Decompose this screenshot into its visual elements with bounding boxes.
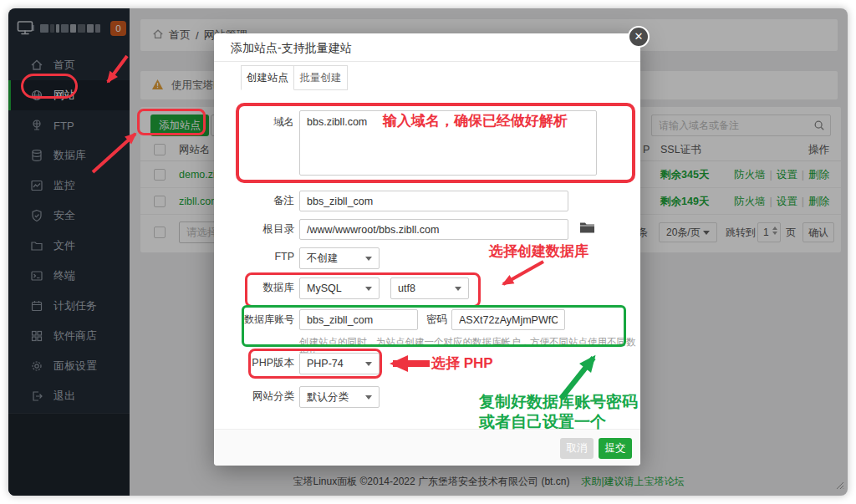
chevron-down-icon (365, 257, 372, 261)
submit-button[interactable]: 提交 (599, 438, 632, 459)
php-version-label: PHP版本 (214, 356, 294, 370)
site-category-label: 网站分类 (214, 389, 294, 404)
tab-batch-create[interactable]: 批量创建 (294, 65, 348, 90)
database-label: 数据库 (214, 281, 294, 295)
database-engine-select[interactable]: MySQL (299, 277, 380, 299)
add-site-modal: 添加站点-支持批量建站 ✕ 创建站点 批量创建 域名 bbs.zibll.com… (214, 33, 640, 466)
domain-textarea[interactable]: bbs.zibll.com (299, 110, 597, 176)
screenshot-frame: 0 首页 网站 FTP 数据库 监控 (0, 0, 856, 504)
domain-label: 域名 (214, 115, 294, 130)
db-password-label: 密码 (426, 313, 447, 327)
close-icon[interactable]: ✕ (628, 26, 650, 48)
remark-label: 备注 (214, 194, 294, 208)
database-charset-select[interactable]: utf8 (390, 277, 469, 299)
ftp-select[interactable]: 不创建 (299, 247, 380, 269)
modal-footer: 取消 提交 (214, 429, 640, 466)
modal-title: 添加站点-支持批量建站 (214, 33, 640, 62)
site-category-select[interactable]: 默认分类 (299, 386, 380, 408)
root-dir-label: 根目录 (214, 222, 294, 237)
chevron-down-icon (455, 287, 461, 291)
cancel-button[interactable]: 取消 (560, 438, 594, 459)
chevron-down-icon (365, 287, 372, 291)
browse-folder-icon[interactable] (579, 221, 595, 237)
bt-panel-app: 0 首页 网站 FTP 数据库 监控 (8, 8, 848, 496)
tab-create-site[interactable]: 创建站点 (241, 65, 294, 90)
chevron-down-icon (365, 395, 372, 400)
db-account-input[interactable] (299, 309, 418, 330)
php-version-select[interactable]: PHP-74 (299, 353, 380, 374)
db-password-input[interactable] (451, 309, 565, 330)
modal-tabs: 创建站点 批量创建 (241, 65, 348, 90)
ftp-label: FTP (214, 251, 294, 262)
db-account-label: 数据库账号 (214, 313, 294, 327)
root-dir-input[interactable] (299, 219, 568, 240)
chevron-down-icon (365, 362, 372, 366)
remark-input[interactable] (299, 191, 568, 211)
